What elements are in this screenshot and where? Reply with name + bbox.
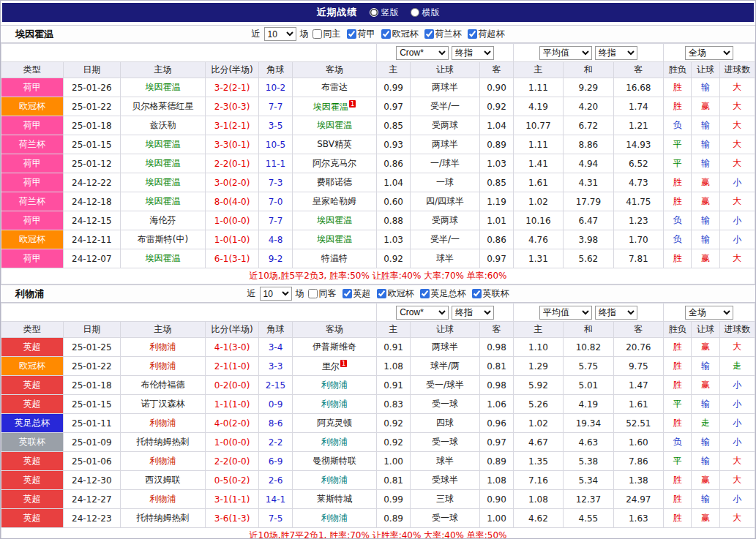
euro-home-odds: 1.02: [513, 414, 563, 433]
scope-select[interactable]: 全场: [685, 306, 733, 320]
column-header: 主: [513, 62, 563, 78]
match-type-badge: 英超: [1, 490, 64, 509]
column-header: 主场: [121, 62, 206, 78]
summary-row: 近10场,胜5平2负3, 胜率:50% 让胜率:40% 大率:70% 单率:60…: [1, 268, 755, 284]
recent-count-select[interactable]: 10: [260, 287, 292, 301]
filter-label: 荷兰杯: [435, 28, 462, 40]
filter-checkbox[interactable]: [377, 289, 386, 298]
column-header: 日期: [63, 62, 121, 78]
euro-away-odds: 9.75: [613, 357, 663, 376]
score-halftime: 1-1(1-0): [205, 395, 258, 414]
column-header: 类型: [1, 62, 64, 78]
result-handicap: 输: [692, 211, 719, 230]
vertical-layout-radio[interactable]: [370, 8, 378, 17]
euro-away-odds: 7.81: [613, 249, 663, 268]
euro-away-odds: 7.86: [613, 452, 663, 471]
match-type-badge: 荷甲: [1, 249, 64, 268]
result-wdl: 负: [664, 116, 692, 135]
filter-checkbox[interactable]: [472, 289, 482, 298]
euro-draw-odds: 4.55: [564, 509, 613, 528]
euro-home-odds: 1.11: [513, 135, 563, 154]
euro-company-select[interactable]: 平均值: [539, 306, 592, 320]
asia-handicap: 受一球: [410, 395, 480, 414]
euro-away-odds: 16.68: [613, 78, 663, 97]
filter-option: 欧冠杯: [377, 287, 414, 300]
home-team: 兹沃勒: [121, 116, 206, 135]
score-halftime: 2-1(1-0): [205, 357, 258, 376]
away-team: 布雷达: [292, 78, 377, 97]
home-team: 埃因霍温: [121, 192, 206, 211]
match-type-badge: 英超: [1, 338, 64, 357]
result-handicap: 赢: [692, 249, 719, 268]
result-goals: 小: [719, 395, 755, 414]
result-wdl: 负: [664, 230, 692, 249]
filter-checkbox[interactable]: [381, 29, 391, 39]
score-halftime: 3-1(1-1): [205, 490, 258, 509]
asia-away-odds: 1.03: [480, 154, 513, 173]
result-goals: 小: [719, 490, 755, 509]
column-header: 让球: [692, 322, 719, 338]
asia-home-odds: 0.92: [377, 249, 410, 268]
result-goals: 大: [719, 192, 755, 211]
scope-controls: 全场: [664, 304, 755, 322]
summary-row: 近10场,胜7平2负1, 胜率:70% 让胜率:40% 大率:40% 单率:50…: [1, 528, 755, 539]
corners: 7-3: [259, 173, 292, 192]
asia-home-odds: 0.99: [377, 490, 410, 509]
filter-checkbox[interactable]: [308, 289, 318, 298]
euro-company-select[interactable]: 平均值: [539, 46, 592, 60]
horizontal-layout-radio[interactable]: [411, 8, 419, 17]
filter-checkbox[interactable]: [468, 29, 477, 39]
column-header: 客: [613, 62, 663, 78]
euro-draw-odds: 5.34: [564, 471, 613, 490]
result-goals: 小: [719, 173, 755, 192]
euro-home-odds: 10.16: [513, 211, 563, 230]
result-handicap: 赢: [692, 192, 719, 211]
results-table: Crow* 终指 平均值 终指 全场 类型 日期 主场 比分(半场): [1, 303, 755, 539]
column-header: 主: [513, 322, 563, 338]
filter-checkbox[interactable]: [347, 29, 356, 39]
asia-company-select[interactable]: Crow*: [396, 46, 449, 60]
euro-draw-odds: 6.47: [564, 211, 613, 230]
euro-draw-odds: 5.38: [564, 452, 613, 471]
filter-checkbox[interactable]: [343, 289, 352, 298]
asia-handicap: 受两球: [410, 116, 480, 135]
column-header: 日期: [63, 322, 121, 338]
match-row: 欧冠杯25-01-22利物浦2-1(1-0)3-3里尔11.08球半/两0.81…: [1, 357, 755, 376]
recent-count-select[interactable]: 10: [264, 27, 296, 41]
euro-draw-odds: 4.94: [564, 154, 613, 173]
filter-option: 荷兰杯: [424, 28, 462, 40]
match-row: 英超25-01-15诺丁汉森林1-1(1-0)0-9利物浦0.83受一球1.06…: [1, 395, 755, 414]
asia-handicap: 受半/一: [410, 97, 480, 116]
scope-select[interactable]: 全场: [685, 46, 733, 60]
score-halftime: 0-5(0-2): [205, 471, 258, 490]
euro-away-odds: 14.93: [613, 135, 663, 154]
euro-home-odds: 1.31: [513, 249, 563, 268]
euro-draw-odds: 10.82: [564, 338, 613, 357]
asia-away-odds: 0.85: [480, 173, 513, 192]
filter-checkbox[interactable]: [420, 289, 430, 298]
asia-stage-select[interactable]: 终指: [452, 306, 494, 320]
summary-line: 近10场,胜7平2负1, 胜率:70% 让胜率:40% 大率:40% 单率:50…: [1, 528, 755, 539]
match-row: 荷甲25-01-12埃因霍温2-2(0-1)11-1阿尔克马尔0.86一/球半1…: [1, 154, 755, 173]
result-goals: 走: [719, 357, 755, 376]
result-goals: 大: [719, 78, 755, 97]
euro-stage-select[interactable]: 终指: [595, 306, 637, 320]
corners: 7-0: [259, 192, 292, 211]
filter-checkbox[interactable]: [424, 29, 434, 39]
euro-home-odds: 1.29: [513, 357, 563, 376]
asia-home-odds: 0.85: [377, 116, 410, 135]
away-team: 利物浦: [292, 376, 377, 395]
home-team: 利物浦: [121, 357, 206, 376]
asia-company-select[interactable]: Crow*: [396, 306, 449, 320]
result-handicap: 输: [692, 490, 719, 509]
match-date: 25-01-22: [63, 97, 121, 116]
asia-stage-select[interactable]: 终指: [452, 46, 494, 60]
euro-away-odds: 20.76: [613, 338, 663, 357]
column-header: 胜负: [664, 62, 692, 78]
match-type-badge: 荷甲: [1, 154, 64, 173]
euro-stage-select[interactable]: 终指: [595, 46, 637, 60]
match-type-badge: 荷兰杯: [1, 135, 64, 154]
asia-home-odds: 1.04: [377, 173, 410, 192]
filter-checkbox[interactable]: [312, 29, 322, 39]
asia-home-odds: 0.83: [377, 395, 410, 414]
